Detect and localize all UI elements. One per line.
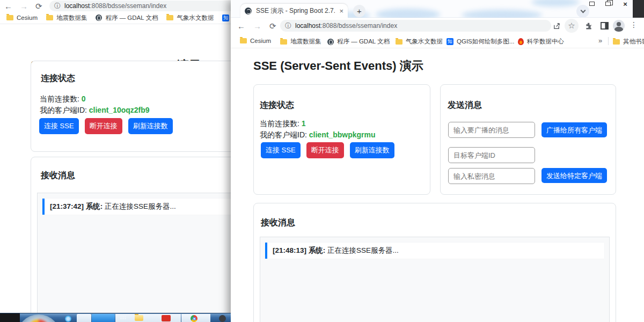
bookmark-qgis[interactable]: 知QGIS如何绘制多图... (447, 38, 514, 46)
forward-icon[interactable]: → (253, 22, 261, 30)
spring-boot-favicon (245, 8, 252, 14)
address-bar[interactable]: ⓘ localhost:8088/bdsse/sseman/index (280, 20, 551, 32)
tab-strip: SSE 演示 - Spring Boot 2.7.8 × + × (231, 0, 644, 18)
bookmark-cesium[interactable]: Cesium (240, 38, 271, 44)
receive-heading: 接收消息 (261, 217, 295, 229)
chrome-icon[interactable] (191, 315, 197, 322)
restore-button[interactable] (602, 0, 614, 8)
send-private-button[interactable]: 发送给特定客户端 (541, 168, 607, 183)
folder-icon (280, 39, 287, 45)
reload-icon[interactable]: ⟳ (35, 2, 42, 10)
connection-heading: 连接状态 (260, 100, 294, 111)
client-id-value: client_10oqz2fb9 (89, 106, 150, 114)
bookmark-gdal-docs[interactable]: 程序 — GDAL 文档 (327, 38, 390, 46)
profile-avatar[interactable] (613, 20, 625, 32)
taskbar-dark-app-button[interactable] (0, 313, 20, 322)
send-message-card: 发送消息 广播给所有客户端 发送给特定客户端 (440, 84, 616, 195)
forward-icon[interactable]: → (20, 2, 28, 10)
folder-icon (6, 15, 13, 20)
minimize-button[interactable] (586, 0, 598, 8)
refresh-count-button[interactable]: 刷新连接数 (350, 142, 394, 158)
disconnect-button[interactable]: 断开连接 (85, 118, 122, 134)
dark-app-icon[interactable] (219, 315, 226, 322)
explorer-folder-icon[interactable] (135, 315, 143, 321)
extensions-puzzle-icon[interactable] (583, 20, 594, 31)
browser-tab[interactable]: SSE 演示 - Spring Boot 2.7.8 × (240, 4, 348, 18)
receive-messages-card: 接收消息 [21:48:13] 系统: 正在连接SSE服务器... (253, 203, 616, 322)
connect-sse-button[interactable]: 连接 SSE (39, 118, 79, 134)
bookmark-gdal-docs[interactable]: 程序 — GDAL 文档 (96, 14, 158, 22)
back-icon[interactable]: ← (237, 22, 245, 30)
zhihu-icon: 知 (222, 14, 229, 21)
close-window-button[interactable]: × (619, 0, 631, 8)
send-heading: 发送消息 (448, 100, 482, 111)
taskbar-app-button[interactable] (77, 314, 91, 322)
other-bookmarks[interactable]: 其他书签 (613, 38, 644, 46)
left-page: SSE (Server-Sent Events) 演示 连接状态 当前连接数: … (0, 24, 231, 313)
site-info-icon[interactable]: ⓘ (285, 23, 291, 29)
bookmarks-divider (608, 37, 609, 45)
message-list[interactable]: [21:48:13] 系统: 正在连接SSE服务器... (260, 237, 610, 322)
folder-icon (396, 39, 402, 45)
bookmarks-bar: Cesium 地震数据集 程序 — GDAL 文档 气象水文数据 知QGIS如何… (231, 34, 644, 48)
globe-icon (96, 14, 102, 21)
refresh-count-button[interactable]: 刷新连接数 (128, 118, 173, 134)
bookmark-earthquake-data[interactable]: 地震数据集 (46, 14, 87, 22)
bookmark-qgis[interactable]: 知QGIS如何绘制多图... (222, 14, 231, 22)
share-icon[interactable] (551, 20, 562, 31)
restore-icon (605, 2, 611, 6)
back-icon[interactable]: ← (4, 2, 12, 10)
zhihu-icon: 知 (447, 38, 453, 45)
folder-icon (46, 15, 53, 20)
fire-icon (518, 38, 524, 45)
start-button[interactable] (17, 314, 61, 322)
reload-icon[interactable]: ⟳ (269, 22, 276, 30)
bookmark-cesium[interactable]: Cesium (6, 14, 38, 21)
background-window-edge (633, 0, 644, 18)
connection-count-value: 0 (82, 94, 86, 103)
message-item: [21:37:42] 系统: 正在连接SSE服务器... (42, 199, 231, 215)
private-message-input[interactable] (448, 168, 535, 184)
bookmark-weather-data[interactable]: 气象水文数据 (396, 38, 443, 46)
taskbar-tray-area (115, 314, 181, 322)
chrome-menu-icon[interactable]: ⋮ (630, 20, 638, 29)
site-info-icon[interactable]: ⓘ (54, 3, 61, 9)
chevron-down-icon (580, 8, 586, 13)
side-panel-icon[interactable] (599, 20, 610, 31)
message-item: [21:48:13] 系统: 正在连接SSE服务器... (265, 243, 604, 259)
connection-heading: 连接状态 (41, 73, 75, 84)
star-icon[interactable]: ☆ (566, 20, 577, 31)
broadcast-button[interactable]: 广播给所有客户端 (541, 122, 607, 137)
client-id: 我的客户端ID: client_bbwpkgrmu (260, 130, 375, 140)
windows-taskbar (0, 313, 231, 322)
broadcast-message-input[interactable] (448, 122, 535, 138)
minimize-icon (589, 2, 595, 6)
browser-taskbar-icon[interactable] (65, 316, 71, 322)
right-browser-window: SSE 演示 - Spring Boot 2.7.8 × + × ← → ⟳ ⓘ… (231, 0, 644, 322)
folder-icon (613, 39, 620, 45)
page-title: SSE (Server-Sent Events) 演示 (253, 58, 423, 74)
connect-sse-button[interactable]: 连接 SSE (261, 142, 301, 158)
connection-status-card: 连接状态 当前连接数: 1 我的客户端ID: client_bbwpkgrmu … (253, 84, 430, 195)
bookmarks-overflow-button[interactable]: » (598, 36, 602, 45)
bookmark-earthquake-data[interactable]: 地震数据集 (280, 38, 321, 46)
close-icon: × (623, 0, 627, 8)
receive-heading: 接收消息 (41, 170, 75, 181)
message-list[interactable]: [21:37:42] 系统: 正在连接SSE服务器... (37, 193, 231, 322)
client-id: 我的客户端ID: client_10oqz2fb9 (40, 106, 150, 115)
target-client-input[interactable] (448, 147, 535, 163)
tab-close-icon[interactable]: × (339, 8, 343, 14)
globe-icon (327, 39, 334, 45)
wallpaper-blur-blob (531, 0, 580, 6)
taskbar-active-app-button[interactable] (92, 314, 115, 322)
left-address-bar[interactable]: ⓘ localhost:8088/bdsse/sseman/index (49, 1, 231, 11)
grid-dots-icon (120, 316, 122, 317)
url-text: localhost:8088/bdsse/sseman/index (295, 22, 397, 30)
new-tab-button[interactable]: + (353, 5, 365, 17)
bookmark-weather-data[interactable]: 气象水文数据 (166, 14, 214, 22)
disconnect-button[interactable]: 断开连接 (306, 142, 344, 158)
red-app-icon[interactable] (162, 315, 171, 321)
bookmark-science-data[interactable]: 科学数据中心 (518, 38, 564, 46)
connection-count-value: 1 (302, 119, 306, 128)
url-text: localhost:8088/bdsse/sseman/index (64, 2, 166, 10)
